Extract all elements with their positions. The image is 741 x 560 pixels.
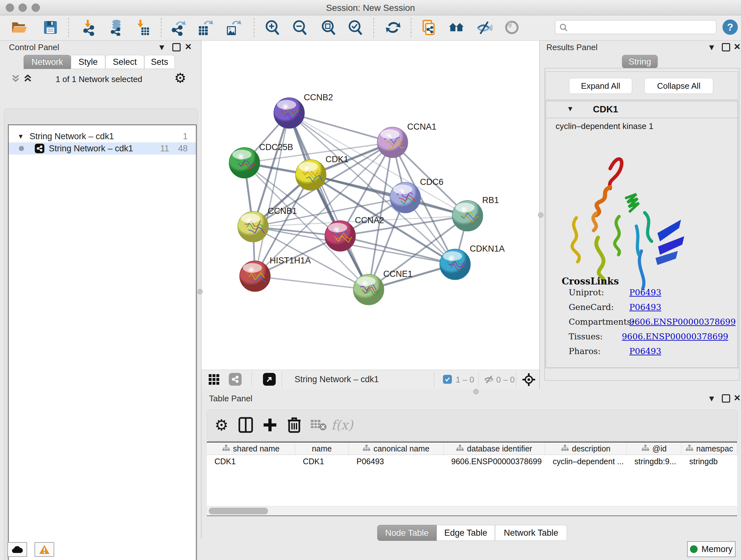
scrollbar-thumb[interactable]: [209, 508, 268, 514]
export-image-icon[interactable]: [224, 18, 243, 37]
control-panel-float-icon[interactable]: [172, 43, 181, 51]
network-tree-root-row[interactable]: ▼ String Network – cdk1 1: [9, 130, 196, 142]
expand-all-button[interactable]: Expand All: [569, 78, 632, 94]
network-node-HIST1H1A[interactable]: HIST1H1A: [240, 256, 311, 292]
table-cell[interactable]: CDK1: [295, 455, 349, 468]
network-view[interactable]: CCNB2CCNA1CDC25BCDK1CDC6RB1CCNB1CCNA2CDK…: [201, 41, 540, 389]
graphics-details-icon[interactable]: [502, 18, 521, 37]
export-table-icon[interactable]: [196, 18, 214, 37]
table-cell[interactable]: cyclin–dependent ...: [545, 455, 627, 468]
help-icon[interactable]: ?: [723, 19, 738, 35]
hide-selected-icon[interactable]: [475, 18, 493, 37]
tree-expand-icon[interactable]: ▼: [17, 133, 24, 140]
clone-network-icon[interactable]: [420, 18, 438, 37]
table-row[interactable]: CDK1CDK1P064939606.ENSP00000378699cyclin…: [207, 455, 737, 468]
tab-network-table[interactable]: Network Table: [495, 525, 567, 541]
crosslink-link[interactable]: P06493: [629, 288, 661, 297]
hidden-eye-icon[interactable]: [483, 374, 494, 385]
column-header-database-identifier[interactable]: database identifier: [444, 442, 545, 455]
crosslink-link[interactable]: 9606.ENSP00000378699: [629, 317, 736, 327]
save-session-icon[interactable]: [41, 18, 60, 37]
network-share-icon[interactable]: [229, 373, 242, 386]
column-header-shared-name[interactable]: shared name: [207, 442, 295, 455]
show-columns-icon[interactable]: [235, 415, 256, 435]
network-node-CDKN1A[interactable]: CDKN1A: [440, 244, 505, 280]
control-panel-menu-icon[interactable]: ▼: [158, 43, 166, 52]
table-cell[interactable]: CDK1: [207, 455, 295, 468]
delete-table-icon[interactable]: [308, 415, 329, 435]
gene-name: CDK1: [593, 104, 618, 115]
network-node-CCNA1[interactable]: CCNA1: [377, 122, 436, 158]
tab-sets[interactable]: Sets: [144, 55, 175, 69]
node-gloss-highlight: [328, 223, 347, 233]
expand-all-icon[interactable]: [23, 73, 32, 84]
table-cell[interactable]: 9606.ENSP00000378699: [444, 455, 545, 468]
network-canvas[interactable]: CCNB2CCNA1CDC25BCDK1CDC6RB1CCNB1CCNA2CDK…: [201, 41, 539, 370]
tab-node-table[interactable]: Node Table: [377, 525, 436, 541]
zoom-fit-icon[interactable]: [319, 18, 338, 37]
collapse-all-button[interactable]: Collapse All: [644, 78, 713, 94]
crosslink-link[interactable]: P06493: [629, 302, 661, 312]
memory-status-dot-icon: [690, 545, 697, 553]
gene-section-header[interactable]: ▼ CDK1: [546, 101, 738, 118]
memory-button[interactable]: Memory: [687, 541, 736, 557]
open-file-icon[interactable]: [10, 18, 28, 37]
crosslink-link[interactable]: P06493: [629, 347, 661, 356]
table-h-scrollbar[interactable]: [207, 506, 737, 516]
function-builder-icon[interactable]: f(x): [332, 415, 352, 435]
tab-select[interactable]: Select: [105, 55, 144, 69]
add-column-icon[interactable]: [260, 415, 280, 435]
results-panel-menu-icon[interactable]: ▼: [708, 43, 716, 52]
network-tree-selected-row[interactable]: String Network – cdk1 11 48: [9, 142, 196, 154]
table-panel-menu-icon[interactable]: ▼: [708, 394, 716, 403]
import-network-database-icon[interactable]: [107, 18, 126, 37]
table-panel-close-icon[interactable]: ×: [734, 394, 740, 401]
results-panel-close-icon[interactable]: ×: [734, 43, 740, 50]
warning-status-button[interactable]: [35, 542, 54, 557]
tab-edge-table[interactable]: Edge Table: [436, 525, 495, 541]
network-node-CDK1[interactable]: CDK1: [295, 154, 348, 190]
import-network-file-icon[interactable]: [81, 18, 99, 37]
grid-view-icon[interactable]: [208, 374, 220, 387]
show-home-icon[interactable]: [448, 18, 466, 37]
table-cell[interactable]: stringdb: [682, 455, 737, 468]
left-splitter-handle[interactable]: [197, 289, 203, 294]
tab-network[interactable]: Network: [23, 55, 71, 69]
node-label-CDK1: CDK1: [326, 154, 348, 164]
collapse-all-icon[interactable]: [11, 73, 20, 84]
column-header--id[interactable]: @id: [627, 442, 682, 455]
network-edge-CCNE1-HIST1H1A[interactable]: [255, 276, 368, 290]
cloud-status-button[interactable]: [7, 542, 27, 557]
table-settings-gear-icon[interactable]: ⚙: [211, 415, 232, 435]
delete-column-icon[interactable]: [284, 415, 305, 435]
tab-string[interactable]: String: [622, 55, 658, 68]
column-header-description[interactable]: description: [545, 442, 627, 455]
section-collapse-icon[interactable]: ▼: [567, 105, 574, 113]
network-node-CCNB1[interactable]: CCNB1: [238, 206, 297, 242]
column-header-canonical-name[interactable]: canonical name: [349, 442, 444, 455]
crosslink-link[interactable]: 9606.ENSP00000378699: [622, 332, 728, 341]
table-cell[interactable]: P06493: [349, 455, 444, 468]
network-edge-CCNB2-HIST1H1A[interactable]: [255, 113, 289, 276]
selected-checkbox-icon[interactable]: [443, 375, 452, 384]
zoom-in-icon[interactable]: [263, 18, 281, 37]
export-network-icon[interactable]: [169, 18, 188, 37]
apply-layout-icon[interactable]: [384, 18, 402, 37]
column-header-namespac[interactable]: namespac: [682, 442, 737, 455]
tab-style[interactable]: Style: [71, 55, 105, 69]
results-panel-float-icon[interactable]: [722, 43, 730, 51]
control-panel-close-icon[interactable]: ×: [185, 43, 192, 50]
column-header-name[interactable]: name: [295, 442, 349, 455]
zoom-selected-icon[interactable]: [346, 18, 364, 37]
search-input[interactable]: [555, 20, 717, 34]
table-panel-float-icon[interactable]: [722, 394, 730, 402]
birds-eye-view-icon[interactable]: [522, 373, 536, 388]
open-in-window-icon[interactable]: [263, 373, 276, 386]
node-gloss-highlight: [381, 129, 400, 139]
network-node-RB1[interactable]: RB1: [452, 195, 499, 231]
network-options-gear-icon[interactable]: ⚙: [174, 70, 186, 86]
import-table-icon[interactable]: [133, 18, 151, 37]
zoom-out-icon[interactable]: [290, 18, 309, 37]
table-cell[interactable]: stringdb:9...: [627, 455, 682, 468]
warning-icon: [39, 545, 50, 554]
